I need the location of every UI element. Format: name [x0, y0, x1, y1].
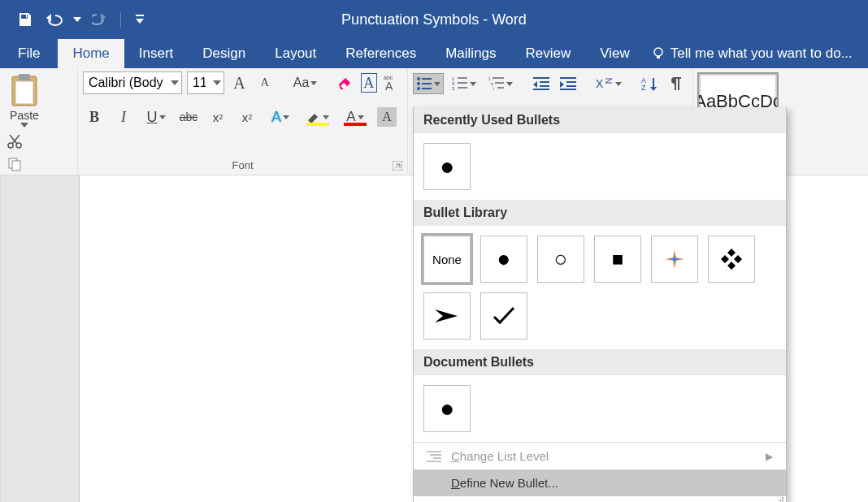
svg-rect-26	[458, 82, 467, 84]
panel-resize-grip[interactable]	[414, 496, 786, 502]
chevron-down-icon	[73, 15, 81, 24]
increase-indent-button[interactable]	[557, 73, 579, 94]
highlight-button[interactable]	[302, 106, 333, 128]
bullet-disc-recent[interactable]: ●	[423, 143, 471, 190]
quick-access-toolbar	[0, 8, 145, 31]
change-case-button[interactable]: Aa	[291, 71, 320, 94]
font-size-dropdown[interactable]	[210, 72, 224, 93]
bullet-circle[interactable]: ○	[537, 236, 584, 283]
svg-rect-36	[540, 81, 549, 83]
clipboard-icon	[9, 73, 40, 107]
svg-rect-1	[136, 15, 144, 16]
multilevel-list-button[interactable]: 1 a i	[484, 73, 515, 94]
lightbulb-icon	[651, 46, 666, 61]
undo-button[interactable]	[42, 8, 67, 31]
svg-point-21	[417, 87, 420, 90]
decrease-indent-button[interactable]	[530, 73, 552, 94]
show-hide-button[interactable]	[666, 73, 688, 94]
bullet-none[interactable]: None	[423, 236, 471, 283]
tab-references[interactable]: References	[331, 39, 431, 68]
copy-button[interactable]	[5, 154, 24, 174]
save-icon	[17, 11, 33, 28]
eraser-icon	[336, 75, 354, 91]
redo-button[interactable]	[88, 8, 112, 31]
tab-design[interactable]: Design	[188, 39, 260, 68]
svg-rect-32	[495, 82, 504, 84]
indent-level-icon	[427, 451, 441, 462]
tab-file[interactable]: File	[0, 39, 58, 68]
undo-dropdown[interactable]	[72, 8, 83, 31]
bullet-disc-document[interactable]: ●	[423, 385, 471, 432]
svg-rect-3	[657, 56, 660, 58]
subscript-button[interactable]: x2	[206, 106, 229, 128]
italic-button[interactable]: I	[112, 106, 135, 128]
phonetic-guide-button[interactable]: abcA	[382, 71, 402, 94]
tell-me-search[interactable]: Tell me what you want to do...	[644, 39, 853, 68]
svg-rect-40	[566, 81, 576, 83]
svg-point-50	[782, 497, 783, 499]
svg-point-2	[654, 48, 662, 56]
svg-point-19	[417, 82, 420, 85]
numbering-button[interactable]: 1 2 3	[449, 73, 480, 94]
superscript-button[interactable]: x2	[236, 106, 258, 128]
bullet-fourstar[interactable]	[651, 236, 698, 283]
svg-text:X: X	[596, 77, 604, 90]
bullet-arrow[interactable]	[423, 292, 471, 340]
character-shading-button[interactable]: A	[377, 107, 397, 127]
svg-rect-37	[540, 85, 549, 87]
fourdiamond-icon	[719, 247, 744, 271]
bullet-disc[interactable]: ●	[480, 236, 527, 283]
font-name-combo[interactable]	[83, 71, 182, 94]
define-new-bullet-item[interactable]: Define New Bullet...	[414, 470, 786, 496]
document-bullets-body: ●	[414, 375, 786, 442]
arrow-bullet-icon	[433, 306, 461, 326]
strikethrough-button[interactable]: abc	[177, 106, 200, 128]
svg-text:i: i	[493, 86, 494, 91]
bullets-button[interactable]	[413, 73, 444, 94]
font-size-combo[interactable]	[187, 71, 224, 94]
font-name-input[interactable]	[84, 72, 168, 93]
svg-rect-24	[458, 77, 467, 79]
dialog-launcher-icon[interactable]	[393, 161, 402, 171]
redo-icon	[92, 11, 108, 28]
paste-button[interactable]: Paste	[5, 71, 44, 128]
svg-point-17	[417, 77, 420, 80]
tab-review[interactable]: Review	[511, 39, 586, 68]
customize-qat-button[interactable]	[134, 15, 145, 24]
text-effects-button[interactable]: A	[265, 106, 296, 128]
svg-text:A: A	[385, 80, 393, 92]
chevron-down-icon	[20, 122, 28, 128]
font-size-input[interactable]	[188, 72, 210, 93]
svg-rect-46	[427, 451, 441, 452]
bullet-fourdiamond[interactable]	[708, 236, 755, 283]
shrink-font-button[interactable]: A	[254, 71, 275, 94]
tab-view[interactable]: View	[585, 39, 644, 68]
tab-layout[interactable]: Layout	[260, 39, 331, 68]
font-color-button[interactable]: A	[340, 106, 371, 128]
cut-button[interactable]	[5, 132, 24, 151]
grow-font-button[interactable]: A	[229, 71, 250, 94]
bullet-checkmark[interactable]	[480, 292, 527, 340]
svg-rect-16	[393, 161, 402, 171]
copy-icon	[7, 156, 23, 172]
sort-button[interactable]: AZ	[639, 73, 661, 94]
tab-home[interactable]: Home	[58, 39, 124, 68]
font-caption: Font	[83, 157, 402, 173]
tab-mailings[interactable]: Mailings	[431, 39, 510, 68]
underline-button[interactable]: U	[141, 106, 171, 128]
svg-rect-35	[533, 77, 549, 79]
svg-rect-20	[422, 83, 432, 84]
ribbon-tabs: File Home Insert Design Layout Reference…	[0, 39, 868, 68]
font-name-dropdown[interactable]	[168, 72, 181, 93]
tab-insert[interactable]: Insert	[124, 39, 189, 68]
bullet-square[interactable]: ■	[594, 236, 641, 283]
save-button[interactable]	[13, 8, 37, 31]
character-border-button[interactable]: A	[361, 73, 377, 93]
document-bullets-header: Document Bullets	[414, 349, 786, 375]
svg-rect-47	[430, 454, 441, 456]
clear-formatting-button[interactable]	[336, 71, 356, 94]
check-icon	[492, 305, 516, 327]
bold-button[interactable]: B	[83, 106, 106, 128]
qat-separator	[120, 11, 121, 28]
asian-layout-button[interactable]: X	[593, 73, 624, 94]
